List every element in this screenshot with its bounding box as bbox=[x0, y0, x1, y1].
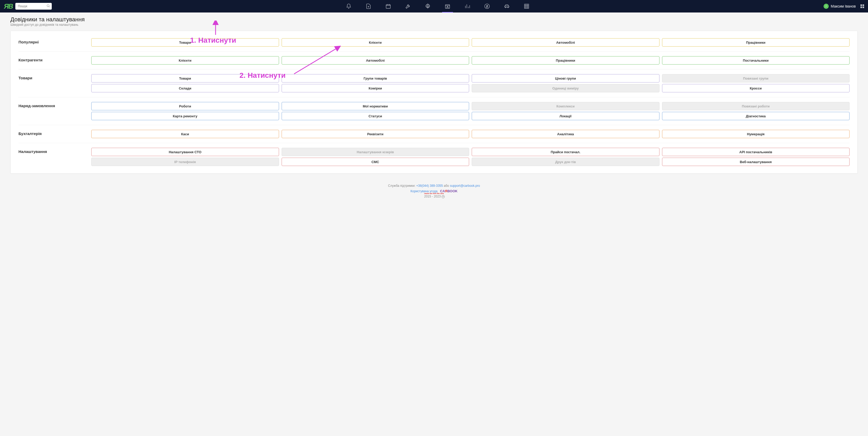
search-icon[interactable] bbox=[46, 4, 50, 8]
tile-button: Налаштування юзерів bbox=[282, 148, 469, 156]
tile-button[interactable]: Каси bbox=[91, 130, 279, 138]
user-name: Максим Іванов bbox=[831, 4, 856, 8]
tile-button[interactable]: Товари bbox=[91, 74, 279, 83]
gear-icon[interactable] bbox=[425, 3, 431, 9]
tile-button[interactable]: Клієнти bbox=[91, 56, 279, 64]
nav-icons bbox=[54, 3, 821, 9]
apps-icon[interactable] bbox=[861, 4, 864, 8]
tile-button[interactable]: Працівники bbox=[662, 38, 850, 47]
tile-button[interactable]: Комірки bbox=[282, 84, 469, 92]
section-label: Контрагенти bbox=[19, 56, 91, 62]
svg-point-17 bbox=[505, 7, 506, 8]
logo: ЯB bbox=[4, 2, 13, 10]
tile-button[interactable]: Діагностика bbox=[662, 112, 850, 120]
page-head: Довідники та налаштування Швидкий доступ… bbox=[0, 12, 868, 29]
tile-button[interactable]: Аналітика bbox=[472, 130, 659, 138]
topbar: ЯB Максим Іванов bbox=[0, 0, 868, 12]
footer-or: або bbox=[444, 184, 449, 187]
calendar-icon[interactable] bbox=[385, 3, 391, 9]
search-wrap bbox=[16, 3, 52, 10]
tile-button[interactable]: Реквізити bbox=[282, 130, 469, 138]
tile-button[interactable]: Прайси постачал. bbox=[472, 148, 659, 156]
tile-button[interactable]: Клієнти bbox=[282, 38, 469, 47]
tile-button[interactable]: Роботи bbox=[91, 102, 279, 110]
tile-button[interactable]: Веб-налаштування bbox=[662, 158, 850, 166]
chart-icon[interactable] bbox=[464, 3, 470, 9]
tile-button[interactable]: Статуси bbox=[282, 112, 469, 120]
tile-button[interactable]: СМС bbox=[282, 158, 469, 166]
tile-button: Повязані групи bbox=[662, 74, 850, 83]
tile-button[interactable]: Склади bbox=[91, 84, 279, 92]
tile-button[interactable]: Працівники bbox=[472, 56, 659, 64]
svg-rect-4 bbox=[386, 5, 391, 8]
button-grid: РоботиМої нормативиКомплексиПовязані роб… bbox=[91, 102, 849, 120]
dollar-icon[interactable] bbox=[484, 3, 490, 9]
svg-point-8 bbox=[427, 5, 429, 7]
section: БухгалтеріяКасиРеквізитиАналітикаНумерац… bbox=[19, 125, 849, 143]
button-grid: КлієнтиАвтомобіліПрацівникиПостачальники bbox=[91, 56, 849, 64]
button-grid: ТовариКлієнтиАвтомобіліПрацівники bbox=[91, 38, 849, 47]
avatar bbox=[824, 4, 829, 9]
section: НалаштуванняНалаштування СТОНалаштування… bbox=[19, 143, 849, 171]
page-subtitle: Швидкий доступ до довідників та налаштув… bbox=[10, 23, 858, 27]
svg-point-24 bbox=[826, 5, 827, 6]
footer: Служба підтримки: +38(044) 389-3355 або … bbox=[0, 179, 868, 206]
tile-button: Повязані роботи bbox=[662, 102, 850, 110]
section-label: Налаштування bbox=[19, 148, 91, 154]
svg-point-0 bbox=[47, 5, 49, 7]
svg-rect-9 bbox=[445, 5, 450, 8]
tile-button[interactable]: Кросси bbox=[662, 84, 850, 92]
calendar-user-icon[interactable] bbox=[445, 3, 451, 9]
section-label: Популярні bbox=[19, 38, 91, 44]
tile-button[interactable]: API постачальників bbox=[662, 148, 850, 156]
bell-icon[interactable] bbox=[346, 3, 351, 9]
tile-button[interactable]: Автомобілі bbox=[472, 38, 659, 47]
section-label: Наряд-замовлення bbox=[19, 102, 91, 108]
section-label: Бухгалтерія bbox=[19, 130, 91, 136]
tile-button[interactable]: Товари bbox=[91, 38, 279, 47]
support-label: Служба підтримки: bbox=[388, 184, 415, 187]
grid-icon[interactable] bbox=[524, 3, 529, 9]
tile-button[interactable]: Налаштування СТО bbox=[91, 148, 279, 156]
section-label: Товари bbox=[19, 74, 91, 80]
section: КонтрагентиКлієнтиАвтомобіліПрацівникиПо… bbox=[19, 52, 849, 69]
button-grid: ТовариГрупи товарівЦінові групиПовязані … bbox=[91, 74, 849, 92]
svg-point-18 bbox=[507, 7, 508, 8]
button-grid: Налаштування СТОНалаштування юзерівПрайс… bbox=[91, 148, 849, 166]
footer-years: 2015 - 2023 bbox=[424, 195, 441, 198]
tile-button[interactable]: Мої нормативи bbox=[282, 102, 469, 110]
tile-button[interactable]: Групи товарів bbox=[282, 74, 469, 83]
tile-button: Комплекси bbox=[472, 102, 659, 110]
tile-button[interactable]: Цінові групи bbox=[472, 74, 659, 83]
tile-button: Одиниці виміру bbox=[472, 84, 659, 92]
button-grid: КасиРеквізитиАналітикаНумерація bbox=[91, 130, 849, 138]
main-card: 1. Натиснути 2. Натиснути ПопулярніТовар… bbox=[10, 31, 858, 174]
support-email[interactable]: support@carbook.pro bbox=[450, 184, 480, 187]
tile-button[interactable]: Автомобілі bbox=[282, 56, 469, 64]
svg-rect-19 bbox=[525, 4, 529, 8]
support-phone[interactable]: +38(044) 389-3355 bbox=[416, 184, 443, 187]
car-icon[interactable] bbox=[504, 3, 510, 9]
tile-button: Друк док-тів bbox=[472, 158, 659, 166]
section: ТовариТовариГрупи товарівЦінові групиПов… bbox=[19, 69, 849, 97]
tile-button[interactable]: Постачальники bbox=[662, 56, 850, 64]
tile-button[interactable]: Карта ремонту bbox=[91, 112, 279, 120]
page-title: Довідники та налаштування bbox=[10, 16, 858, 23]
section: ПопулярніТовариКлієнтиАвтомобіліПрацівни… bbox=[19, 34, 849, 52]
search-input[interactable] bbox=[16, 3, 52, 10]
user-area[interactable]: Максим Іванов bbox=[824, 4, 864, 9]
tile-button[interactable]: Нумерація bbox=[662, 130, 850, 138]
svg-line-1 bbox=[49, 6, 50, 7]
tile-button: IP телефонія bbox=[91, 158, 279, 166]
tile-button[interactable]: Локації bbox=[472, 112, 659, 120]
file-plus-icon[interactable] bbox=[366, 3, 371, 9]
registered-icon: R bbox=[441, 195, 445, 198]
section: Наряд-замовленняРоботиМої нормативиКомпл… bbox=[19, 97, 849, 125]
wrench-icon[interactable] bbox=[405, 3, 411, 9]
